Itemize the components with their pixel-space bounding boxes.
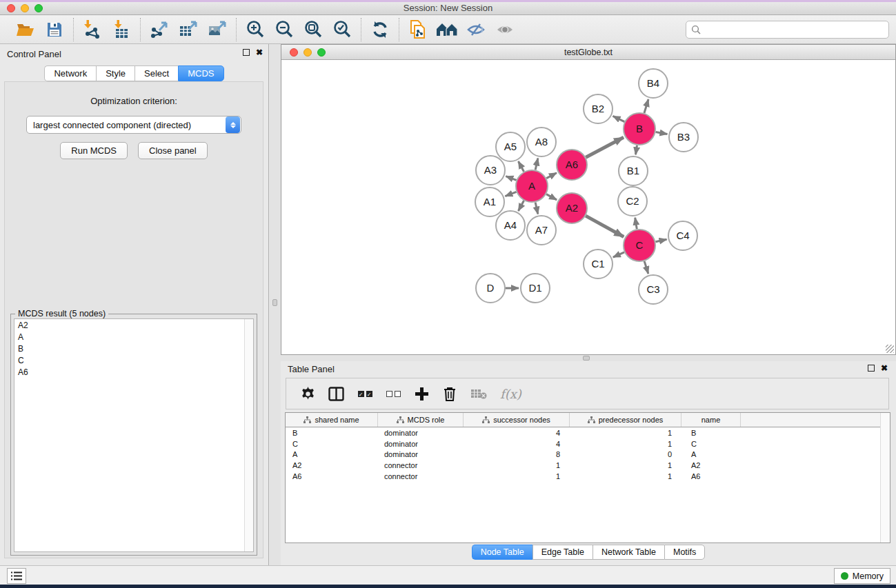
graph-edge-A-A6[interactable] — [546, 173, 557, 179]
graph-node-A5[interactable]: A5 — [496, 132, 525, 161]
table-row[interactable]: B dominator 4 1 B — [286, 427, 890, 438]
export-table-icon[interactable] — [177, 19, 200, 41]
tab-select[interactable]: Select — [135, 65, 178, 81]
export-image-icon[interactable] — [206, 19, 229, 41]
home-layout-icon[interactable] — [435, 19, 459, 41]
table-row[interactable]: A2 connector 1 1 A2 — [286, 460, 890, 471]
zoom-fit-icon[interactable] — [301, 19, 325, 41]
graph-node-C[interactable]: C — [624, 230, 655, 261]
hide-graphics-details-icon[interactable] — [464, 19, 488, 41]
search-input[interactable] — [701, 23, 888, 37]
function-builder-icon[interactable]: f(x) — [500, 385, 521, 402]
vertical-splitter[interactable] — [270, 44, 281, 565]
graph-node-A6[interactable]: A6 — [557, 150, 587, 180]
graph-edge-A-A2[interactable] — [546, 194, 557, 200]
graph-node-B4[interactable]: B4 — [639, 69, 668, 98]
graph-edge-A-A1[interactable] — [505, 192, 516, 196]
table-row[interactable]: A dominator 8 0 A — [286, 449, 890, 460]
import-network-icon[interactable] — [81, 19, 104, 41]
result-item[interactable]: B — [14, 343, 253, 354]
show-graphics-details-icon[interactable] — [493, 19, 517, 41]
tab-motifs[interactable]: Motifs — [664, 545, 705, 560]
graph-edge-C-C4[interactable] — [655, 239, 666, 242]
import-table-icon[interactable] — [110, 19, 133, 41]
table-scrollbar[interactable] — [880, 413, 890, 543]
tab-edge-table[interactable]: Edge Table — [532, 545, 593, 560]
graph-node-A3[interactable]: A3 — [476, 156, 505, 185]
select-all-columns-icon[interactable]: ✓✓ — [357, 385, 372, 402]
export-network-icon[interactable] — [148, 19, 171, 41]
network-graph[interactable]: B4B2BB3A5A8A6A3B1AA1C2A2A4A7C4CC1C3DD1 — [281, 60, 895, 355]
network-window-titlebar[interactable]: testGlobe.txt — [281, 45, 895, 60]
close-table-panel-icon[interactable]: ✖ — [881, 365, 888, 372]
graph-node-C2[interactable]: C2 — [618, 187, 647, 216]
create-column-plus-icon[interactable] — [414, 385, 429, 402]
graph-node-C1[interactable]: C1 — [584, 250, 613, 278]
graph-node-B1[interactable]: B1 — [619, 156, 648, 185]
task-history-button[interactable] — [7, 568, 26, 584]
graph-edge-B-B3[interactable] — [656, 132, 668, 134]
graph-node-A4[interactable]: A4 — [496, 211, 525, 240]
graph-node-A8[interactable]: A8 — [527, 128, 556, 156]
zoom-out-icon[interactable] — [272, 19, 296, 41]
graph-edge-A-A4[interactable] — [518, 201, 524, 211]
open-file-icon[interactable] — [14, 19, 37, 41]
graph-edge-A-A5[interactable] — [518, 161, 524, 172]
graph-edge-B-B4[interactable] — [644, 99, 648, 113]
graph-node-C4[interactable]: C4 — [668, 221, 697, 250]
resize-grip-icon[interactable] — [886, 345, 894, 353]
column-header-predecessor-nodes[interactable]: predecessor nodes — [570, 413, 681, 427]
column-header-name[interactable]: name — [681, 413, 741, 427]
duplicate-network-icon[interactable] — [406, 19, 430, 41]
graph-node-B2[interactable]: B2 — [584, 94, 613, 123]
float-table-panel-button[interactable] — [868, 365, 875, 372]
tab-network[interactable]: Network — [44, 65, 96, 81]
deselect-all-columns-icon[interactable] — [386, 385, 401, 402]
result-item[interactable]: A — [14, 331, 253, 343]
graph-node-D1[interactable]: D1 — [521, 274, 550, 303]
graph-edge-C-C2[interactable] — [635, 218, 637, 230]
column-header-successor-nodes[interactable]: successor nodes — [464, 413, 570, 427]
table-settings-gear-icon[interactable] — [300, 385, 315, 402]
save-session-icon[interactable] — [43, 19, 66, 41]
close-panel-icon[interactable]: ✖ — [256, 49, 263, 56]
result-item[interactable]: A6 — [14, 366, 253, 378]
tab-node-table[interactable]: Node Table — [472, 545, 532, 560]
graph-node-B3[interactable]: B3 — [669, 123, 698, 152]
delete-table-icon[interactable] — [470, 385, 487, 402]
result-item[interactable]: A2 — [14, 319, 253, 331]
column-header-mcds-role[interactable]: MCDS role — [378, 413, 464, 427]
tab-network-table[interactable]: Network Table — [593, 545, 664, 560]
column-header-shared-name[interactable]: shared name — [286, 413, 378, 427]
show-column-panel-icon[interactable] — [328, 385, 344, 402]
graph-node-D[interactable]: D — [476, 274, 505, 303]
graph-edge-A-A8[interactable] — [535, 158, 538, 170]
graph-node-C3[interactable]: C3 — [639, 275, 668, 304]
graph-edge-B-B1[interactable] — [636, 145, 637, 155]
table-row[interactable]: C dominator 4 1 C — [286, 438, 890, 449]
delete-column-trash-icon[interactable] — [442, 385, 457, 402]
table-row[interactable]: A6 connector 1 1 A6 — [286, 471, 890, 482]
float-panel-button[interactable] — [243, 49, 250, 56]
tab-style[interactable]: Style — [96, 65, 135, 81]
graph-edge-C-C3[interactable] — [644, 261, 648, 274]
zoom-in-icon[interactable] — [243, 19, 267, 41]
run-mcds-button[interactable]: Run MCDS — [60, 142, 128, 159]
result-item[interactable]: C — [14, 354, 253, 366]
memory-button[interactable]: Memory — [834, 568, 890, 584]
horizontal-splitter[interactable] — [281, 355, 896, 361]
network-canvas[interactable]: B4B2BB3A5A8A6A3B1AA1C2A2A4A7C4CC1C3DD1 — [281, 60, 895, 354]
graph-node-A2[interactable]: A2 — [557, 193, 587, 223]
graph-node-A[interactable]: A — [516, 170, 548, 202]
graph-edge-A-A3[interactable] — [506, 176, 516, 181]
splitter-handle[interactable] — [583, 356, 590, 361]
graph-node-B[interactable]: B — [624, 113, 655, 145]
refresh-view-icon[interactable] — [368, 19, 392, 41]
mcds-result-list[interactable]: A2 A B C A6 — [14, 318, 254, 552]
tab-mcds[interactable]: MCDS — [178, 65, 223, 81]
graph-edge-A2-C[interactable] — [586, 216, 624, 236]
graph-edge-C-C1[interactable] — [613, 252, 624, 257]
zoom-selected-icon[interactable] — [330, 19, 354, 41]
result-list-scrollbar[interactable] — [244, 319, 253, 551]
search-field[interactable] — [686, 21, 889, 39]
